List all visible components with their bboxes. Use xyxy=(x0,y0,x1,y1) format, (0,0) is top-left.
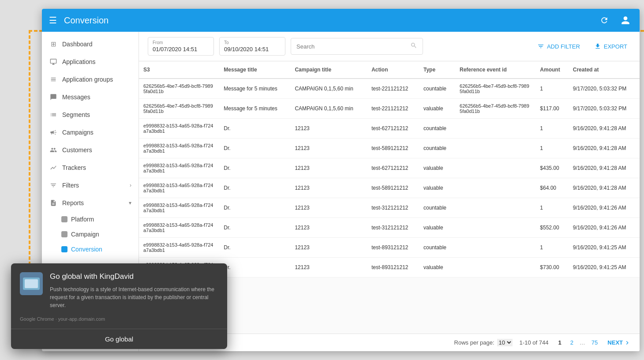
sidebar-item-filters[interactable]: Filters › xyxy=(42,176,139,194)
search-input[interactable] xyxy=(296,43,407,50)
cell-action-0: test-221121212 xyxy=(367,79,419,99)
cell-amount-0: 1 xyxy=(535,79,568,99)
export-button[interactable]: EXPORT xyxy=(591,40,631,52)
cell-ref-5 xyxy=(455,178,535,198)
sidebar-item-app-groups[interactable]: Application groups xyxy=(42,71,139,88)
campaigns-icon xyxy=(49,128,58,137)
cell-action-1: test-221121212 xyxy=(367,99,419,119)
cell-action-7: test-312121212 xyxy=(367,218,419,238)
page-num-1[interactable]: 1 xyxy=(555,338,564,347)
sidebar-label-campaigns: Campaigns xyxy=(62,129,94,136)
col-created-at: Created at xyxy=(569,61,640,79)
customers-icon xyxy=(49,146,58,154)
sidebar-item-reports[interactable]: Reports ▾ xyxy=(42,194,139,212)
table-row: 626256b5-4be7-45d9-bcf8-79895fa0d11b Mes… xyxy=(139,99,640,119)
sidebar-item-trackers[interactable]: Trackers xyxy=(42,159,139,176)
cell-amount-6: 1 xyxy=(535,198,568,218)
next-button[interactable]: NEXT xyxy=(607,339,631,346)
platform-dot-icon xyxy=(61,216,67,222)
segments-icon xyxy=(49,110,58,119)
reports-icon xyxy=(49,199,58,207)
table-row: e9998832-b153-4a65-928a-f724a7a3bdb1 Dr.… xyxy=(139,238,640,258)
cell-ref-4 xyxy=(455,158,535,178)
page-ellipsis: … xyxy=(580,339,585,346)
add-filter-button[interactable]: ADD FILTER xyxy=(534,40,584,52)
page-num-last[interactable]: 75 xyxy=(589,338,600,347)
cell-type-3: countable xyxy=(419,139,455,158)
popup-app-icon xyxy=(20,272,43,295)
user-icon[interactable] xyxy=(618,13,633,27)
cell-ref-6 xyxy=(455,198,535,218)
col-s3: S3 xyxy=(139,61,219,79)
cell-msg-4: Dr. xyxy=(219,158,290,178)
sidebar-item-customers[interactable]: Customers xyxy=(42,141,139,159)
sidebar-label-messages: Messages xyxy=(62,94,90,101)
cell-date-3: 9/16/2020, 9:41:28 AM xyxy=(569,139,640,158)
cell-s3-6: e9998832-b153-4a65-928a-f724a7a3bdb1 xyxy=(139,198,219,218)
sidebar-item-campaigns[interactable]: Campaigns xyxy=(42,124,139,141)
cell-msg-5: Dr. xyxy=(219,178,290,198)
sidebar-subitem-platform[interactable]: Platform xyxy=(42,212,139,227)
from-value: 01/07/2020 14:51 xyxy=(153,46,209,52)
cell-camp-7: 12123 xyxy=(290,218,367,238)
sidebar-label-dashboard: Dashboard xyxy=(62,41,93,48)
from-label: From xyxy=(153,40,209,45)
cell-camp-3: 12123 xyxy=(290,139,367,158)
cell-camp-4: 12123 xyxy=(290,158,367,178)
rows-per-page-select[interactable]: 10 25 50 xyxy=(497,339,513,346)
cell-s3-5: e9998832-b153-4a65-928a-f724a7a3bdb1 xyxy=(139,178,219,198)
applications-icon xyxy=(49,57,58,66)
cell-ref-8 xyxy=(455,238,535,258)
cell-action-2: test-627121212 xyxy=(367,119,419,139)
page-range-info: 1-10 of 744 xyxy=(520,339,549,346)
page-num-2[interactable]: 2 xyxy=(568,338,576,347)
sidebar-item-dashboard[interactable]: ⊞ Dashboard xyxy=(42,35,139,53)
campaign-dot-icon xyxy=(61,231,67,237)
cell-type-7: valuable xyxy=(419,218,455,238)
cell-msg-0: Message for 5 minutes xyxy=(219,79,290,99)
col-amount: Amount xyxy=(535,61,568,79)
cell-amount-4: $435.00 xyxy=(535,158,568,178)
cell-s3-2: e9998832-b153-4a65-928a-f724a7a3bdb1 xyxy=(139,119,219,139)
cell-amount-1: $117.00 xyxy=(535,99,568,119)
sidebar-item-segments[interactable]: Segments xyxy=(42,106,139,124)
cell-date-0: 9/17/2020, 5:03:32 PM xyxy=(569,79,640,99)
cell-ref-3 xyxy=(455,139,535,158)
popup-action-button[interactable]: Go global xyxy=(11,329,227,349)
cell-amount-3: 1 xyxy=(535,139,568,158)
cell-msg-1: Message for 5 minutes xyxy=(219,99,290,119)
cell-camp-8: 12123 xyxy=(290,238,367,258)
cell-type-1: valuable xyxy=(419,99,455,119)
cell-type-9: valuable xyxy=(419,258,455,278)
cell-msg-8: Dr. xyxy=(219,238,290,258)
cell-date-1: 9/17/2020, 5:03:32 PM xyxy=(569,99,640,119)
cell-date-8: 9/16/2020, 9:41:25 AM xyxy=(569,238,640,258)
cell-date-9: 9/16/2020, 9:41:25 AM xyxy=(569,258,640,278)
from-date-field[interactable]: From 01/07/2020 14:51 xyxy=(148,37,214,56)
sidebar-subitem-conversion[interactable]: Conversion xyxy=(42,242,139,257)
table-row: e9998832-b153-4a65-928a-f724a7a3bdb1 Dr.… xyxy=(139,218,640,238)
refresh-button[interactable] xyxy=(597,13,611,27)
cell-amount-7: $552.00 xyxy=(535,218,568,238)
sidebar-item-applications[interactable]: Applications xyxy=(42,53,139,71)
popup-header: Go global with KingDavid Push technology… xyxy=(11,263,227,316)
search-icon xyxy=(410,42,417,51)
next-label: NEXT xyxy=(607,339,623,346)
trackers-icon xyxy=(49,163,58,172)
sidebar-label-filters: Filters xyxy=(62,182,79,189)
to-date-field[interactable]: To 09/10/2020 14:51 xyxy=(219,37,285,56)
cell-camp-5: 12123 xyxy=(290,178,367,198)
table-header-row: S3 Message title Campaign title Action T… xyxy=(139,61,640,79)
cell-action-6: test-312121212 xyxy=(367,198,419,218)
cell-camp-9: 12123 xyxy=(290,258,367,278)
cell-camp-2: 12123 xyxy=(290,119,367,139)
cell-amount-8: 1 xyxy=(535,238,568,258)
sidebar-subitem-campaign[interactable]: Campaign xyxy=(42,227,139,242)
cell-msg-6: Dr. xyxy=(219,198,290,218)
sidebar-item-messages[interactable]: Messages xyxy=(42,88,139,106)
cell-type-6: countable xyxy=(419,198,455,218)
menu-icon[interactable]: ☰ xyxy=(49,15,57,26)
sidebar-label-platform: Platform xyxy=(71,216,94,223)
popup-icon-inner xyxy=(23,278,40,290)
topbar: ☰ Conversion xyxy=(42,9,640,32)
